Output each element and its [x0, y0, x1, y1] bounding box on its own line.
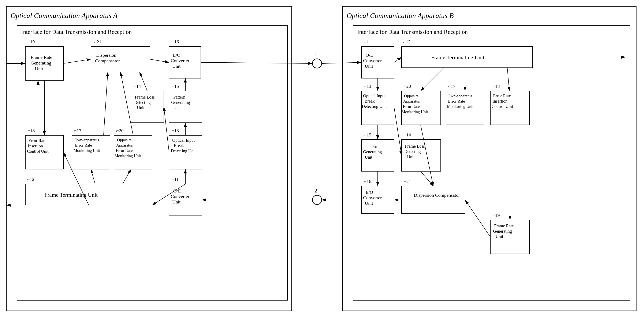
apparatus-a-title: Optical Communication Apparatus A	[10, 12, 118, 20]
label-a-frg-2: Generating	[31, 60, 51, 66]
label-b-opp-3: Error Rate	[403, 104, 420, 109]
arrow-b-ob-fl	[394, 108, 402, 155]
label-a-oe-1: O/E	[173, 188, 181, 193]
label-b-fl-1: Frame Loss	[405, 144, 425, 148]
ref-a-eri: ⌐18	[28, 128, 35, 133]
label-b-ob-1: Optical Input	[363, 94, 386, 98]
label-a-eri-1: Error Rate	[28, 138, 46, 143]
label-b-oe-2: Converter	[363, 58, 382, 63]
ref-b-pg: ⌐15	[364, 132, 371, 137]
arrow-b-ft-eri	[507, 68, 509, 91]
connection-point-2	[312, 195, 322, 204]
arrow-b-frg-dc	[465, 200, 490, 237]
label-b-eo-3: Unit	[365, 200, 373, 206]
label-a-frg-3: Unit	[35, 66, 43, 71]
ref-b-opp: ⌐20	[404, 84, 411, 89]
label-a-dc-2: Compensator	[95, 58, 120, 64]
label-b-pg-3: Unit	[365, 155, 372, 159]
apparatus-b-title: Optical Communication Apparatus B	[346, 12, 454, 20]
ref-a-opp: ⌐20	[116, 128, 124, 133]
apparatus-a-interface-title: Interface for Data Transmission and Rece…	[21, 29, 132, 35]
label-a-own-1: Own-apparatus	[74, 138, 99, 142]
label-a-fl-3: Unit	[137, 105, 144, 110]
ref-b-own: ⌐17	[448, 84, 455, 89]
arrow-a-ft-own	[91, 169, 95, 184]
label-b-fl-3: Unit	[407, 154, 415, 159]
label-a-opp-4: Monitoring Unit	[114, 154, 141, 158]
apparatus-b-interface-title: Interface for Data Transmission and Rece…	[357, 29, 468, 35]
label-b-eri-1: Error Rate	[493, 94, 511, 98]
ref-a-frg: ⌐19	[28, 39, 35, 45]
label-a-fl-2: Detecting	[134, 100, 151, 105]
arrow-b-ft-opp	[420, 68, 444, 91]
label-b-opp-1: Opposite	[404, 94, 419, 98]
label-a-ob-2: Break	[174, 143, 184, 148]
label-a-opp-2: Apparatus	[116, 143, 133, 147]
label-b-pg-1: Pattern	[365, 144, 377, 149]
label-b-oe-3: Unit	[365, 64, 373, 69]
label-a-eri-3: Control Unit	[27, 149, 48, 154]
arrow-cp1-boe	[322, 62, 362, 64]
label-b-opp-4: Monitoring Unit	[402, 110, 428, 114]
label-b-fl-2: Detecting	[404, 149, 421, 154]
arrow-b-oe-ft	[394, 57, 402, 62]
label-a-ft: Frame Terminating Unit	[44, 192, 98, 198]
label-a-oe-2: Converter	[171, 194, 190, 199]
label-a-opp-3: Error Rate	[116, 148, 133, 153]
label-a-opp-1: Opposite	[117, 138, 132, 142]
ref-a-dc: ⌐21	[94, 39, 101, 45]
label-a-frg-1: Frame Rate	[31, 55, 52, 60]
ref-a-oe: ⌐11	[172, 177, 179, 182]
label-cp2: 2	[314, 188, 317, 194]
label-b-pg-2: Generating	[363, 150, 382, 154]
ref-a-eo: ⌐16	[172, 39, 179, 45]
ref-b-frg: ⌐19	[492, 213, 500, 218]
label-b-own-1: Own-apparatus	[448, 94, 472, 98]
ref-a-fl: ⌐14	[134, 84, 141, 89]
ref-a-own: ⌐17	[74, 128, 81, 133]
label-b-frg-3: Unit	[496, 234, 503, 239]
label-b-own-2: Error Rate	[448, 99, 465, 103]
label-a-eo-1: E/O	[173, 53, 180, 58]
label-cp1: 1	[314, 51, 317, 57]
ref-a-ob: ⌐13	[172, 128, 179, 133]
label-b-opp-2: Apparatus	[403, 99, 420, 103]
ref-b-ft: ⌐12	[403, 39, 410, 45]
label-a-own-2: Error Rate	[75, 143, 92, 147]
label-b-eo-2: Converter	[363, 195, 382, 200]
label-a-eo-3: Unit	[172, 64, 180, 69]
arrow-b-fl-dc	[420, 171, 433, 186]
label-b-dc-1: Dispersion Compensator	[414, 192, 460, 198]
label-b-frg-1: Frame Rate	[494, 224, 514, 228]
arrow-a-ob-fl	[164, 107, 169, 152]
label-a-oe-3: Unit	[172, 199, 180, 204]
label-a-eri-2: Insertion	[28, 144, 43, 148]
label-b-frg-2: Generating	[493, 229, 512, 234]
label-b-oe-1: O/E	[366, 53, 373, 58]
label-b-eri-3: Control Unit	[492, 104, 513, 109]
label-a-own-3: Monitoring Unit	[74, 148, 100, 153]
label-b-ob-2: Break	[364, 99, 375, 103]
label-b-ob-3: Detecting Unit	[362, 104, 387, 109]
ref-b-dc: ⌐21	[404, 179, 411, 184]
ref-b-oe: ⌐11	[364, 39, 371, 45]
ref-b-ob: ⌐13	[364, 84, 371, 89]
label-a-pg-3: Unit	[173, 105, 181, 110]
label-a-dc-1: Dispersion	[96, 53, 116, 58]
arrow-frg-dc	[64, 59, 91, 64]
connection-point-1	[312, 59, 322, 68]
ref-b-eri: ⌐18	[492, 84, 500, 89]
label-a-ob-3: Detecting Unit	[171, 148, 196, 153]
label-b-eo-1: E/O	[366, 189, 373, 195]
label-b-eri-2: Insertion	[492, 99, 508, 103]
arrow-a-own-dc	[104, 72, 108, 135]
ref-b-eo: ⌐16	[364, 179, 371, 184]
label-a-pg-2: Generating	[171, 100, 190, 105]
label-a-eo-2: Converter	[171, 58, 190, 63]
label-b-ft: Frame Terminating Unit	[431, 54, 485, 61]
arrow-dc-eo	[150, 59, 169, 62]
label-a-fl-1: Frame Loss	[135, 95, 155, 99]
unit-b-disp-comp-21	[402, 186, 465, 214]
label-a-pg-1: Pattern	[173, 95, 185, 99]
arrow-a-ft-opp	[122, 169, 131, 184]
